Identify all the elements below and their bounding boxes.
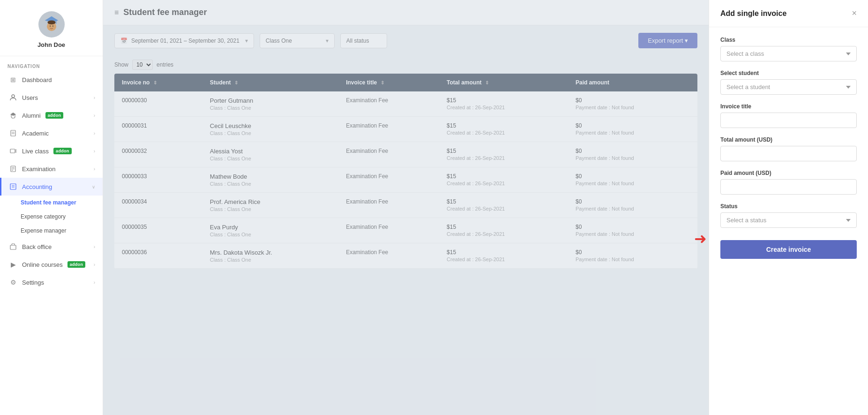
svg-rect-1 <box>55 20 56 23</box>
svg-rect-16 <box>10 184 16 189</box>
panel-close-button[interactable]: × <box>852 8 857 18</box>
student-select[interactable]: Select a student <box>720 79 857 95</box>
total-amount-group: Total amount (USD) <box>720 136 857 161</box>
svg-rect-19 <box>10 245 16 249</box>
paid-amount-input[interactable] <box>720 179 857 195</box>
status-select[interactable]: Select a status Paid Unpaid Partial <box>720 212 857 228</box>
chevron-right-icon: › <box>94 244 95 249</box>
chevron-right-icon: › <box>94 95 95 100</box>
sidebar-item-alumni[interactable]: Alumni addon › <box>0 106 103 124</box>
panel-body: Class Select a class Class One Class Two… <box>709 27 868 415</box>
invoice-title-group: Invoice title <box>720 103 857 128</box>
status-group: Status Select a status Paid Unpaid Parti… <box>720 203 857 228</box>
invoice-title-label: Invoice title <box>720 103 857 110</box>
profile-name: John Doe <box>37 41 65 48</box>
total-amount-input[interactable] <box>720 146 857 161</box>
sidebar-item-online-courses[interactable]: ▶ Online courses addon › <box>0 256 103 273</box>
accounting-icon <box>9 182 17 191</box>
academic-icon <box>9 129 17 137</box>
create-invoice-button[interactable]: Create invoice <box>720 240 857 259</box>
dashboard-icon: ⊞ <box>9 75 17 84</box>
nav-section-label: NAVIGATION <box>0 56 103 71</box>
sidebar-item-academic[interactable]: Academic › <box>0 124 103 142</box>
panel-header: Add single invoice × <box>709 0 868 27</box>
class-group: Class Select a class Class One Class Two… <box>720 37 857 61</box>
svg-point-3 <box>47 20 55 24</box>
invoice-title-input[interactable] <box>720 113 857 128</box>
avatar <box>38 11 65 38</box>
sidebar-item-back-office[interactable]: Back office › <box>0 238 103 256</box>
online-courses-icon: ▶ <box>9 260 17 269</box>
class-label: Class <box>720 37 857 43</box>
addon-badge: addon <box>45 112 64 119</box>
sidebar-item-label: Settings <box>22 279 44 286</box>
svg-point-4 <box>50 26 51 27</box>
student-group: Select student Select a student <box>720 70 857 95</box>
sidebar-item-examination[interactable]: Examination › <box>0 160 103 178</box>
svg-rect-11 <box>10 149 15 153</box>
sidebar-item-label: Dashboard <box>22 76 52 83</box>
overlay <box>103 0 709 415</box>
examination-icon <box>9 165 17 173</box>
chevron-right-icon: › <box>94 113 95 118</box>
user-icon <box>9 93 17 102</box>
sidebar-sub-item-expense-manager[interactable]: Expense manager <box>0 224 103 238</box>
svg-rect-8 <box>11 130 15 136</box>
class-select[interactable]: Select a class Class One Class Two Class… <box>720 46 857 61</box>
back-office-icon <box>9 242 17 251</box>
sidebar-item-label: Back office <box>22 243 52 250</box>
sidebar-item-label: Online courses <box>22 261 63 268</box>
red-arrow-indicator: ➜ <box>694 230 707 248</box>
sidebar-item-label: Accounting <box>22 183 52 190</box>
sidebar-item-label: Users <box>22 94 38 101</box>
sidebar-item-label: Live class <box>22 148 49 155</box>
chevron-right-icon: › <box>94 149 95 154</box>
chevron-right-icon: › <box>94 131 95 136</box>
sidebar-sub-item-student-fee-manager[interactable]: Student fee manager <box>0 196 103 210</box>
sidebar-item-label: Alumni <box>22 112 41 119</box>
chevron-down-icon: ∨ <box>92 184 95 189</box>
addon-badge: addon <box>53 148 72 154</box>
sidebar-item-dashboard[interactable]: ⊞ Dashboard <box>0 71 103 89</box>
sidebar-item-label: Academic <box>22 130 49 137</box>
status-label: Status <box>720 203 857 210</box>
sidebar-item-settings[interactable]: ⚙ Settings › <box>0 273 103 291</box>
student-label: Select student <box>720 70 857 76</box>
svg-point-6 <box>12 95 15 98</box>
live-class-icon <box>9 147 17 155</box>
sidebar-item-label: Examination <box>22 166 56 173</box>
panel-title: Add single invoice <box>720 9 786 18</box>
sidebar-sub-item-expense-category[interactable]: Expense category <box>0 210 103 224</box>
sidebar-item-live-class[interactable]: Live class addon › <box>0 142 103 160</box>
sidebar-profile: John Doe <box>0 0 103 56</box>
addon-badge: addon <box>67 261 86 268</box>
chevron-right-icon: › <box>94 280 95 285</box>
chevron-right-icon: › <box>94 262 95 267</box>
svg-point-5 <box>52 26 53 27</box>
add-invoice-panel: Add single invoice × Class Select a clas… <box>709 0 868 415</box>
sidebar-item-users[interactable]: Users › <box>0 89 103 106</box>
sidebar: John Doe NAVIGATION ⊞ Dashboard Users › … <box>0 0 103 415</box>
main-content: ≡ Student fee manager 📅 September 01, 20… <box>103 0 709 415</box>
sidebar-item-accounting[interactable]: Accounting ∨ <box>0 178 103 196</box>
paid-amount-group: Paid amount (USD) <box>720 170 857 195</box>
paid-amount-label: Paid amount (USD) <box>720 170 857 176</box>
total-amount-label: Total amount (USD) <box>720 136 857 143</box>
chevron-right-icon: › <box>94 166 95 172</box>
alumni-icon <box>9 111 17 120</box>
settings-icon: ⚙ <box>9 278 17 287</box>
